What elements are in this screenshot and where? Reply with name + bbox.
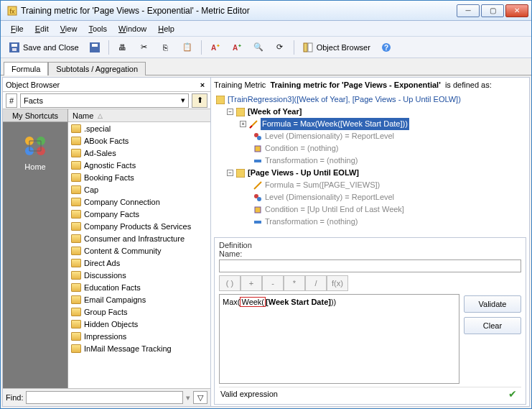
clear-button[interactable]: Clear — [464, 317, 521, 334]
selector-prefix[interactable]: # — [6, 93, 17, 108]
list-item[interactable]: Consumer and Infrastructure — [68, 232, 210, 244]
folder-icon — [71, 124, 81, 133]
expand-icon[interactable]: + — [240, 121, 246, 127]
svg-rect-6 — [92, 44, 98, 47]
tree-g2-trans: Transformation = (nothing) — [265, 216, 358, 228]
find-dropdown-icon[interactable]: ▾ — [186, 393, 190, 403]
folder-label: InMail Message Tracking — [84, 344, 172, 353]
tree-group1: [Week of Year] — [248, 106, 302, 118]
op-fx[interactable]: f(x) — [327, 275, 348, 291]
validate-button[interactable]: Validate — [464, 295, 521, 313]
menu-edit[interactable]: Edit — [31, 23, 53, 35]
op-paren[interactable]: ( ) — [219, 275, 241, 291]
expr-bold: [Week Start Date] — [266, 298, 331, 306]
list-item[interactable]: Company Connection — [68, 196, 210, 208]
tree-g1-level: Level (Dimensionality) = ReportLevel — [265, 130, 394, 142]
collapse-icon[interactable]: − — [227, 109, 233, 115]
folder-icon — [71, 259, 81, 267]
list-item[interactable]: ABook Facts — [68, 134, 210, 147]
tool-a1[interactable]: A✦ — [206, 40, 225, 55]
svg-rect-19 — [216, 96, 225, 104]
menu-help[interactable]: Help — [154, 23, 179, 35]
tree-g1-formula: Formula = Max(Week([Week Start Date])) — [261, 118, 409, 130]
title-bar: fx Training metric for 'Page Views - Exp… — [1, 1, 531, 21]
minimize-button[interactable]: ─ — [457, 4, 480, 17]
menu-bar: File Edit View Tools Window Help — [1, 21, 531, 37]
sparkle-a-icon: A✦ — [210, 42, 221, 53]
svg-text:✦: ✦ — [238, 43, 242, 48]
name-input[interactable] — [219, 259, 521, 272]
list-item[interactable]: Ad-Sales — [68, 147, 210, 159]
folder-list: Name △ .specialABook FactsAd-SalesAgnost… — [67, 109, 210, 388]
folder-label: Cap — [84, 185, 98, 194]
folder-icon — [71, 161, 81, 170]
menu-tools[interactable]: Tools — [84, 23, 111, 35]
window-title: Training metric for 'Page Views - Expone… — [21, 6, 457, 16]
formula-icon — [248, 119, 258, 129]
name-column-header[interactable]: Name △ — [68, 109, 210, 122]
level-icon — [253, 193, 263, 203]
list-item[interactable]: Agnostic Facts — [68, 159, 210, 171]
list-item[interactable]: Direct Ads — [68, 257, 210, 269]
menu-window[interactable]: Window — [114, 23, 151, 35]
formula-tree[interactable]: [TrainRegression3]([Week of Year], [Page… — [214, 91, 526, 234]
save-button[interactable] — [85, 40, 104, 55]
tab-formula[interactable]: Formula — [4, 62, 48, 75]
close-panel-button[interactable]: × — [197, 80, 207, 90]
menu-file[interactable]: File — [6, 23, 28, 35]
list-item[interactable]: Impressions — [68, 330, 210, 342]
folder-icon — [71, 247, 81, 255]
paste-button[interactable]: 📋 — [178, 40, 197, 55]
list-item[interactable]: Booking Facts — [68, 171, 210, 183]
svg-rect-29 — [254, 221, 261, 224]
svg-rect-25 — [236, 169, 245, 178]
maximize-button[interactable]: ▢ — [481, 4, 504, 17]
help-button[interactable]: ? — [377, 40, 396, 55]
copy-button[interactable]: ⎘ — [157, 40, 175, 55]
home-icon[interactable] — [21, 131, 50, 160]
svg-rect-11 — [304, 43, 307, 52]
metric-name: Training metric for 'Page Views - Expone… — [270, 81, 440, 89]
list-item[interactable]: .special — [68, 122, 210, 134]
list-item[interactable]: Hidden Objects — [68, 318, 210, 330]
list-item[interactable]: Group Facts — [68, 305, 210, 318]
svg-rect-24 — [254, 160, 261, 162]
tab-subtotals[interactable]: Subtotals / Aggregation — [48, 62, 146, 75]
list-item[interactable]: Company Products & Services — [68, 220, 210, 232]
list-item[interactable]: Company Facts — [68, 208, 210, 220]
up-folder-button[interactable]: ⬆ — [192, 93, 207, 108]
op-minus[interactable]: - — [262, 275, 284, 291]
svg-point-27 — [257, 197, 261, 201]
save-close-button[interactable]: Save and Close — [5, 40, 83, 55]
refresh-button[interactable]: ⟳ — [271, 40, 289, 55]
list-item[interactable]: Discussions — [68, 269, 210, 281]
list-item[interactable]: Cap — [68, 183, 210, 196]
op-plus[interactable]: + — [241, 275, 262, 291]
status-text: Valid expression — [220, 390, 278, 398]
op-mult[interactable]: * — [284, 275, 305, 291]
folder-label: Agnostic Facts — [84, 161, 136, 170]
list-item[interactable]: InMail Message Tracking — [68, 342, 210, 354]
list-item[interactable]: Content & Community — [68, 244, 210, 257]
list-item[interactable]: Education Facts — [68, 281, 210, 293]
expression-editor[interactable]: Max(Week([Week Start Date])) — [219, 294, 459, 384]
help-icon: ? — [381, 42, 392, 53]
folder-icon — [71, 320, 81, 328]
find-input[interactable] — [26, 391, 183, 404]
collapse-icon[interactable]: − — [227, 170, 233, 176]
check-icon: ✔ — [508, 388, 517, 400]
object-browser-button[interactable]: Object Browser — [299, 40, 374, 55]
menu-view[interactable]: View — [56, 23, 82, 35]
find-button[interactable]: 🔍 — [249, 40, 268, 55]
svg-rect-20 — [236, 108, 245, 116]
filter-button[interactable]: ▽ — [193, 391, 207, 404]
facts-combo[interactable]: Facts ▾ — [20, 93, 189, 108]
list-item[interactable]: Email Campaigns — [68, 293, 210, 305]
op-div[interactable]: / — [305, 275, 327, 291]
tool-a2[interactable]: A✦ — [228, 40, 246, 55]
cut-button[interactable]: ✂ — [135, 40, 154, 55]
close-button[interactable]: ✕ — [505, 4, 528, 17]
print-button[interactable]: 🖶 — [113, 40, 132, 55]
folder-label: Direct Ads — [84, 259, 120, 267]
object-browser-label: Object Browser — [317, 43, 370, 52]
